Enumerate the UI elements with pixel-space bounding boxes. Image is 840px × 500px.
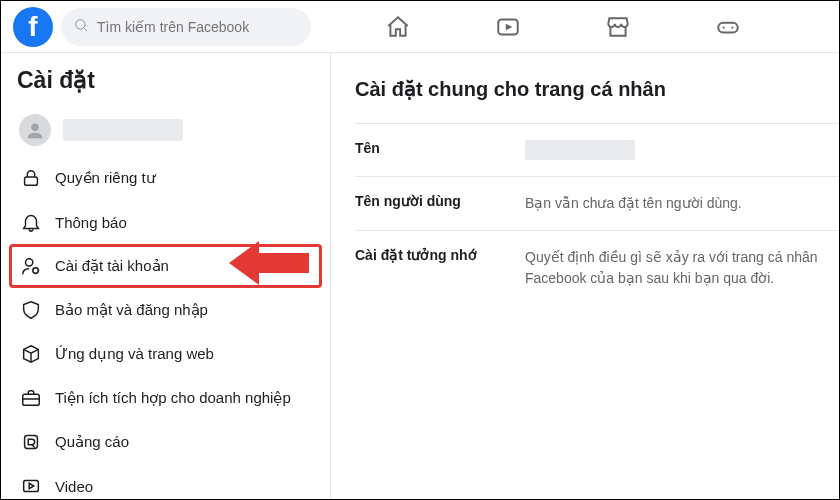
- sidebar-item-label: Quyền riêng tư: [55, 169, 156, 187]
- bell-icon: [19, 210, 43, 234]
- row-label: Tên: [355, 140, 525, 160]
- search-icon: [73, 17, 89, 37]
- svg-rect-4: [718, 22, 738, 32]
- main-layout: Cài đặt Quyền riêng tư Thông báo Cài đặt…: [1, 53, 839, 500]
- svg-rect-12: [24, 481, 39, 492]
- top-bar: f: [1, 1, 839, 53]
- sidebar-item-apps[interactable]: Ứng dụng và trang web: [9, 332, 322, 376]
- shield-icon: [19, 298, 43, 322]
- megaphone-icon: [19, 430, 43, 454]
- sidebar-item-security[interactable]: Bảo mật và đăng nhập: [9, 288, 322, 332]
- settings-row-username[interactable]: Tên người dùng Bạn vẫn chưa đặt tên ngườ…: [355, 176, 839, 230]
- sidebar-item-account[interactable]: Cài đặt tài khoản: [9, 244, 322, 288]
- sidebar-item-label: Thông báo: [55, 214, 127, 231]
- nav-center: [319, 3, 827, 51]
- sidebar-item-label: Cài đặt tài khoản: [55, 257, 169, 275]
- value-placeholder: [525, 140, 635, 160]
- lock-icon: [19, 166, 43, 190]
- user-gear-icon: [19, 254, 43, 278]
- sidebar-item-business[interactable]: Tiện ích tích hợp cho doanh nghiệp: [9, 376, 322, 420]
- avatar-icon: [19, 114, 51, 146]
- nav-watch[interactable]: [483, 3, 533, 51]
- settings-row-name[interactable]: Tên: [355, 123, 839, 176]
- row-label: Cài đặt tưởng nhớ: [355, 247, 525, 289]
- svg-marker-3: [506, 23, 512, 30]
- content-title: Cài đặt chung cho trang cá nhân: [355, 77, 839, 123]
- facebook-logo[interactable]: f: [13, 7, 53, 47]
- row-label: Tên người dùng: [355, 193, 525, 214]
- row-value: Bạn vẫn chưa đặt tên người dùng.: [525, 193, 839, 214]
- sidebar-item-ads[interactable]: Quảng cáo: [9, 420, 322, 464]
- sidebar-item-label: Tiện ích tích hợp cho doanh nghiệp: [55, 389, 291, 407]
- svg-rect-7: [25, 177, 38, 185]
- video-icon: [19, 474, 43, 498]
- sidebar-item-video[interactable]: Video: [9, 464, 322, 500]
- settings-sidebar: Cài đặt Quyền riêng tư Thông báo Cài đặt…: [1, 53, 331, 500]
- content-panel: Cài đặt chung cho trang cá nhân Tên Tên …: [331, 53, 839, 500]
- nav-gaming[interactable]: [703, 3, 753, 51]
- svg-point-8: [26, 259, 33, 266]
- svg-point-5: [723, 26, 725, 28]
- sidebar-item-profile[interactable]: [9, 104, 322, 156]
- sidebar-item-label: Quảng cáo: [55, 433, 129, 451]
- sidebar-item-label: Video: [55, 478, 93, 495]
- svg-point-6: [731, 26, 733, 28]
- profile-name-placeholder: [63, 119, 183, 141]
- svg-point-0: [76, 19, 85, 28]
- row-value: [525, 140, 839, 160]
- sidebar-item-label: Ứng dụng và trang web: [55, 345, 214, 363]
- nav-home[interactable]: [373, 3, 423, 51]
- sidebar-item-privacy[interactable]: Quyền riêng tư: [9, 156, 322, 200]
- briefcase-icon: [19, 386, 43, 410]
- sidebar-item-label: Bảo mật và đăng nhập: [55, 301, 208, 319]
- settings-row-memorial[interactable]: Cài đặt tưởng nhớ Quyết định điều gì sẽ …: [355, 230, 839, 305]
- svg-line-1: [84, 27, 87, 30]
- search-input[interactable]: [97, 19, 299, 35]
- svg-marker-13: [29, 483, 34, 489]
- row-value: Quyết định điều gì sẽ xảy ra với trang c…: [525, 247, 839, 289]
- nav-marketplace[interactable]: [593, 3, 643, 51]
- sidebar-title: Cài đặt: [9, 67, 322, 104]
- svg-rect-11: [25, 436, 38, 449]
- box-icon: [19, 342, 43, 366]
- sidebar-item-notifications[interactable]: Thông báo: [9, 200, 322, 244]
- svg-rect-10: [23, 394, 40, 405]
- search-container[interactable]: [61, 8, 311, 46]
